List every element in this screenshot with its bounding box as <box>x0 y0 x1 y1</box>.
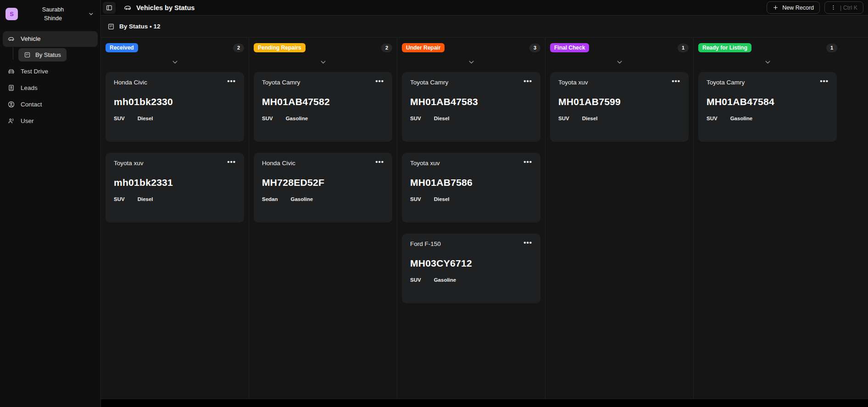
record-card[interactable]: Honda Civic ••• MH728ED52F SedanGasoline <box>254 153 392 223</box>
record-card[interactable]: Toyota Camry ••• MH01AB47582 SUVGasoline <box>254 72 392 142</box>
tag-chip: Diesel <box>434 196 450 202</box>
status-badge[interactable]: Received <box>106 43 138 52</box>
sidebar-item-label: Leads <box>21 84 38 91</box>
horizontal-scrollbar[interactable] <box>101 399 868 407</box>
ellipsis-icon[interactable]: ••• <box>523 240 532 245</box>
record-card[interactable]: Toyota xuv ••• mh01bk2331 SUVDiesel <box>106 153 244 223</box>
tag-chip: SUV <box>410 196 421 202</box>
new-record-button[interactable]: New Record <box>767 1 820 14</box>
card-plate-number: MH01AB7586 <box>410 177 532 188</box>
card-header: Honda Civic ••• <box>114 79 236 86</box>
sidebar-item-user[interactable]: User <box>3 113 98 129</box>
status-badge[interactable]: Ready for Listing <box>698 43 751 52</box>
kanban-column: Final Check 1 Toyota xuv ••• MH01AB7599 … <box>545 38 694 399</box>
column-header: Pending Repairs 2 <box>254 43 392 52</box>
card-tags: SUVGasoline <box>410 277 532 283</box>
card-header: Toyota Camry ••• <box>262 79 384 86</box>
card-plate-number: MH728ED52F <box>262 177 384 188</box>
command-menu-button[interactable]: | Ctrl K <box>824 1 863 14</box>
avatar[interactable]: S <box>6 8 18 20</box>
card-plate-number: MH01AB47583 <box>410 96 532 107</box>
sidebar-item-leads[interactable]: Leads <box>3 80 98 96</box>
chevron-down-icon <box>616 58 623 66</box>
record-card[interactable]: Ford F-150 ••• MH03CY6712 SUVGasoline <box>402 234 540 303</box>
card-tags: SUVDiesel <box>114 196 236 202</box>
card-tags: SUVDiesel <box>114 116 236 121</box>
sidebar-item-label: Test Drive <box>21 68 48 75</box>
card-plate-number: MH01AB47584 <box>707 96 829 107</box>
card-header: Toyota xuv ••• <box>410 160 532 167</box>
sidebar-item-by-status[interactable]: By Status <box>18 48 67 61</box>
tag-chip: Diesel <box>582 116 598 121</box>
sidebar: S Saurabh Shinde Vehicle <box>0 0 101 407</box>
tag-chip: Diesel <box>138 116 153 121</box>
card-title: Toyota Camry <box>262 79 300 86</box>
card-plate-number: MH01AB47582 <box>262 96 384 107</box>
kebab-vertical-icon <box>830 5 836 11</box>
ellipsis-icon[interactable]: ••• <box>672 79 680 84</box>
status-badge[interactable]: Pending Repairs <box>254 43 306 52</box>
record-card[interactable]: Toyota xuv ••• MH01AB7599 SUVDiesel <box>550 72 689 142</box>
tag-chip: Gasoline <box>434 277 456 283</box>
sidebar-item-contact[interactable]: Contact <box>3 97 98 112</box>
card-title: Honda Civic <box>262 160 295 167</box>
column-collapse-control[interactable] <box>106 58 244 66</box>
tag-chip: Diesel <box>138 196 153 202</box>
chevron-down-icon <box>764 58 772 66</box>
tag-chip: Sedan <box>262 196 278 202</box>
card-header: Toyota xuv ••• <box>114 160 236 167</box>
column-header: Final Check 1 <box>550 43 689 52</box>
sidebar-item-test-drive[interactable]: Test Drive <box>3 64 98 79</box>
card-title: Toyota xuv <box>114 160 144 167</box>
card-header: Toyota Camry ••• <box>707 79 829 86</box>
record-card[interactable]: Toyota Camry ••• MH01AB47583 SUVDiesel <box>402 72 540 142</box>
status-badge[interactable]: Final Check <box>550 43 589 52</box>
card-title: Toyota Camry <box>410 79 448 86</box>
record-card[interactable]: Toyota xuv ••• MH01AB7586 SUVDiesel <box>402 153 540 223</box>
column-header: Ready for Listing 1 <box>698 43 837 52</box>
ellipsis-icon[interactable]: ••• <box>523 160 532 164</box>
ellipsis-icon[interactable]: ••• <box>227 160 236 164</box>
card-list: Toyota Camry ••• MH01AB47583 SUVDiesel T… <box>402 72 540 303</box>
id-badge-icon <box>7 84 15 92</box>
view-toolbar: By Status • 12 <box>101 15 868 38</box>
card-title: Toyota xuv <box>558 79 588 86</box>
column-header: Under Repair 3 <box>402 43 540 52</box>
ellipsis-icon[interactable]: ••• <box>375 160 384 164</box>
kanban-icon <box>24 51 31 58</box>
status-badge[interactable]: Under Repair <box>402 43 445 52</box>
sidebar-item-vehicle[interactable]: Vehicle <box>3 31 98 47</box>
page-title: Vehicles by Status <box>136 4 195 11</box>
plus-icon <box>773 5 779 11</box>
tag-chip: Diesel <box>434 116 450 121</box>
record-card[interactable]: Toyota Camry ••• MH01AB47584 SUVGasoline <box>698 72 837 142</box>
tag-chip: SUV <box>114 116 125 121</box>
ellipsis-icon[interactable]: ••• <box>523 79 532 84</box>
ellipsis-icon[interactable]: ••• <box>375 79 384 84</box>
sidebar-toggle-button[interactable] <box>103 2 116 14</box>
sidebar-nav: Vehicle By Status Test Drive <box>0 27 100 130</box>
card-title: Ford F-150 <box>410 240 441 247</box>
tag-chip: SUV <box>114 196 125 202</box>
car-icon <box>7 35 15 43</box>
column-collapse-control[interactable] <box>402 58 540 66</box>
column-count-badge: 3 <box>529 44 540 52</box>
chevron-down-icon <box>319 58 327 66</box>
column-header: Received 2 <box>106 43 244 52</box>
column-collapse-control[interactable] <box>254 58 392 66</box>
column-collapse-control[interactable] <box>550 58 689 66</box>
topbar-actions: New Record | Ctrl K <box>767 1 863 14</box>
ellipsis-icon[interactable]: ••• <box>820 79 829 84</box>
chevron-down-icon <box>171 58 179 66</box>
car-front-icon <box>7 67 15 75</box>
tag-chip: Gasoline <box>286 116 308 121</box>
record-card[interactable]: Honda Civic ••• mh01bk2330 SUVDiesel <box>106 72 244 142</box>
panel-left-icon <box>106 4 113 11</box>
kanban-column: Pending Repairs 2 Toyota Camry ••• MH01A… <box>249 38 397 399</box>
column-collapse-control[interactable] <box>698 58 837 66</box>
user-menu[interactable]: S Saurabh Shinde <box>0 0 100 27</box>
kanban-icon <box>107 23 115 30</box>
main-area: Vehicles by Status New Record | Ctrl K <box>101 0 868 407</box>
ellipsis-icon[interactable]: ••• <box>227 79 236 84</box>
chevron-down-icon[interactable] <box>88 11 94 17</box>
